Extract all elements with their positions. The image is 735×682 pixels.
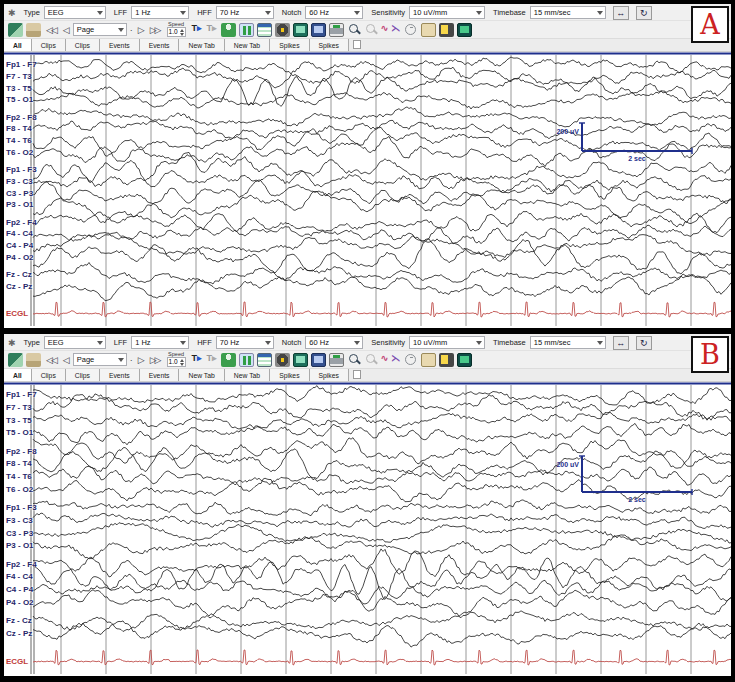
lff-select[interactable]: 1 Hz [131, 6, 189, 19]
tab-newtab-2[interactable]: New Tab [225, 39, 270, 51]
type-select[interactable]: EEG [44, 6, 106, 19]
zoom-in-icon[interactable] [347, 353, 361, 367]
patient-icon[interactable] [221, 23, 236, 37]
tab-newtab-1[interactable]: New Tab [179, 39, 224, 51]
event-marker-blue-icon[interactable]: T▸ [191, 23, 203, 37]
montage-map-icon[interactable] [8, 23, 23, 37]
notch-value: 60 Hz [309, 338, 329, 347]
save-eeg-icon[interactable] [311, 23, 326, 37]
settings-gear-icon[interactable]: ✱ [8, 338, 16, 348]
eeg-trace-canvas-b[interactable]: 200 uV2 secFp1 - F7F7 - T3T3 - T5T5 - O1… [4, 382, 731, 676]
fit-width-button[interactable]: ↔ [613, 6, 629, 20]
new-page-icon[interactable] [353, 370, 361, 379]
tab-events-2[interactable]: Events [140, 39, 180, 51]
zoom-out-icon[interactable] [364, 353, 378, 367]
tab-all[interactable]: All [4, 369, 32, 381]
timebase-select[interactable]: 15 mm/sec [530, 6, 606, 19]
tab-all[interactable]: All [4, 39, 32, 51]
tab-spikes-2[interactable]: Spikes [310, 369, 349, 381]
tab-clips-2[interactable]: Clips [66, 39, 100, 51]
tab-newtab-2[interactable]: New Tab [225, 369, 270, 381]
clipboard-icon[interactable] [421, 23, 436, 37]
montage-bars-icon[interactable] [239, 23, 254, 37]
separator-dot: · [130, 355, 133, 365]
event-marker-gray-icon[interactable]: T▸ [206, 23, 218, 37]
tab-spikes-2[interactable]: Spikes [310, 39, 349, 51]
eeg-trace-canvas-a[interactable]: 200 uV2 secFp1 - F7F7 - T3T3 - T5T5 - O1… [4, 52, 731, 328]
notch-select[interactable]: 60 Hz [305, 6, 363, 19]
notes-icon[interactable] [439, 353, 454, 367]
remote-monitor-icon[interactable] [457, 23, 472, 37]
icon-toolbar: ◁◁ ◁ Page · ▷ ▷▷ Speed 1.0 T▸ T▸ ∿ ⋋ [4, 21, 731, 39]
notch-select[interactable]: 60 Hz [305, 336, 363, 349]
page-mode-select[interactable]: Page [73, 23, 127, 36]
settings-gear-icon[interactable]: ✱ [8, 8, 16, 18]
svg-text:200 uV: 200 uV [556, 128, 579, 135]
fast-backward-button[interactable]: ◁◁ [44, 353, 58, 367]
step-forward-button[interactable]: ▷ [136, 353, 145, 367]
pan-hand-icon[interactable] [26, 353, 41, 367]
spike-marker-icon[interactable]: ∿ [381, 353, 389, 367]
lff-select[interactable]: 1 Hz [131, 336, 189, 349]
seizure-run-icon[interactable]: ⋋ [391, 23, 400, 37]
remote-monitor-icon[interactable] [457, 353, 472, 367]
print-icon[interactable] [329, 353, 344, 367]
spike-marker-icon[interactable]: ∿ [381, 23, 389, 37]
print-icon[interactable] [329, 23, 344, 37]
events-table-icon[interactable] [257, 353, 272, 367]
tab-spikes-1[interactable]: Spikes [270, 39, 309, 51]
refresh-button[interactable]: ↻ [636, 6, 652, 20]
fit-width-button[interactable]: ↔ [613, 336, 629, 350]
tab-clips-1[interactable]: Clips [32, 369, 66, 381]
tab-events-1[interactable]: Events [100, 39, 140, 51]
speed-spinner[interactable]: Speed 1.0 [167, 352, 186, 368]
tab-clips-2[interactable]: Clips [66, 369, 100, 381]
hff-select[interactable]: 70 Hz [216, 336, 274, 349]
new-page-icon[interactable] [353, 40, 361, 49]
page-mode-select[interactable]: Page [73, 353, 127, 366]
events-table-icon[interactable] [257, 23, 272, 37]
save-video-icon[interactable] [293, 23, 308, 37]
tab-clips-1[interactable]: Clips [32, 39, 66, 51]
event-marker-blue-icon[interactable]: T▸ [191, 353, 203, 367]
seizure-run-icon[interactable]: ⋋ [391, 353, 400, 367]
tab-events-1[interactable]: Events [100, 369, 140, 381]
timebase-select[interactable]: 15 mm/sec [530, 336, 606, 349]
type-select[interactable]: EEG [44, 336, 106, 349]
speed-spinner[interactable]: Speed 1.0 [167, 22, 186, 38]
tab-events-2[interactable]: Events [140, 369, 180, 381]
spinner-arrows[interactable] [180, 359, 184, 366]
save-video-icon[interactable] [293, 353, 308, 367]
save-eeg-icon[interactable] [311, 353, 326, 367]
event-marker-gray-icon[interactable]: T▸ [206, 353, 218, 367]
settings-disc-icon[interactable] [275, 353, 290, 367]
zoom-out-icon[interactable] [364, 23, 378, 37]
clock-icon[interactable] [403, 353, 418, 367]
chevron-down-icon [265, 11, 271, 15]
sensitivity-select[interactable]: 10 uV/mm [409, 336, 485, 349]
clock-icon[interactable] [403, 23, 418, 37]
sensitivity-select[interactable]: 10 uV/mm [409, 6, 485, 19]
sensitivity-value: 10 uV/mm [413, 338, 447, 347]
montage-bars-icon[interactable] [239, 353, 254, 367]
fast-forward-button[interactable]: ▷▷ [148, 353, 162, 367]
tab-spikes-1[interactable]: Spikes [270, 369, 309, 381]
clipboard-icon[interactable] [421, 353, 436, 367]
zoom-in-icon[interactable] [347, 23, 361, 37]
refresh-button[interactable]: ↻ [636, 336, 652, 350]
montage-map-icon[interactable] [8, 353, 23, 367]
settings-disc-icon[interactable] [275, 23, 290, 37]
spinner-arrows[interactable] [180, 29, 184, 36]
hff-label: HFF [197, 338, 212, 347]
hff-select[interactable]: 70 Hz [216, 6, 274, 19]
sensitivity-label: Sensitivity [371, 8, 405, 17]
step-backward-button[interactable]: ◁ [61, 353, 70, 367]
notes-icon[interactable] [439, 23, 454, 37]
pan-hand-icon[interactable] [26, 23, 41, 37]
patient-icon[interactable] [221, 353, 236, 367]
tab-newtab-1[interactable]: New Tab [179, 369, 224, 381]
step-backward-button[interactable]: ◁ [61, 23, 70, 37]
fast-forward-button[interactable]: ▷▷ [148, 23, 162, 37]
fast-backward-button[interactable]: ◁◁ [44, 23, 58, 37]
step-forward-button[interactable]: ▷ [136, 23, 145, 37]
